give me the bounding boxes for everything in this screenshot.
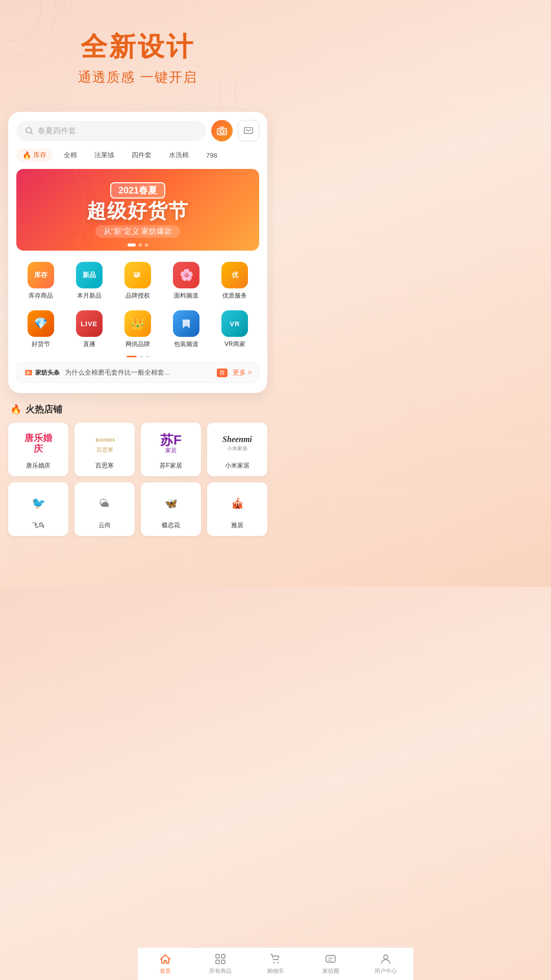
store-suf-name: 苏F家居 xyxy=(160,462,182,469)
svg-text:BAISIHAN: BAISIHAN xyxy=(96,437,115,442)
xiaomi-logo-sub: 小米家居 xyxy=(227,445,247,452)
bookmark-icon xyxy=(180,317,192,330)
hero-section: 全新设计 通透质感 一键开启 xyxy=(0,0,276,96)
search-input-wrap[interactable]: 春夏四件套 xyxy=(16,121,206,141)
store-6-logo-icon: 🌥 xyxy=(99,498,110,509)
icon-haohuo[interactable]: 💎 好货节 xyxy=(16,307,65,352)
filter-tag-shuiximian[interactable]: 水洗棉 xyxy=(163,149,195,162)
banner-dot-3 xyxy=(145,243,148,247)
store-7-name: 蝶恋花 xyxy=(162,522,180,529)
svg-point-13 xyxy=(16,169,84,251)
icon-pinpai-circle xyxy=(124,262,151,288)
search-bar: 春夏四件套 xyxy=(16,120,259,141)
hero-title: 全新设计 xyxy=(10,31,265,62)
store-6[interactable]: 🌥 云尚 xyxy=(74,482,135,536)
store-xiaomi-logo: Sheenmi 小米家居 xyxy=(219,431,255,456)
camera-button[interactable] xyxy=(211,120,233,141)
news-more[interactable]: 更多 > xyxy=(233,368,252,377)
suf-logo-f: 苏F xyxy=(160,433,182,447)
hot-stores-title-text: 火热店铺 xyxy=(26,403,62,415)
hot-stores-section: 🔥 火热店铺 唐乐婚庆 唐乐婚庆 BAISIHAN 百思寒 百思寒 苏F 家居 xyxy=(8,403,267,536)
filter-tag-falairong-label: 法莱绒 xyxy=(94,151,114,160)
filter-tag-798-label: 798 xyxy=(206,152,217,159)
filter-tag-798[interactable]: 798 xyxy=(200,150,223,161)
icon-xinpin-circle: 新品 xyxy=(76,262,103,288)
icon-haohuo-circle: 💎 xyxy=(28,310,54,337)
icon-live-label: 直播 xyxy=(83,340,95,349)
svg-line-9 xyxy=(31,133,32,134)
store-7[interactable]: 🦋 蝶恋花 xyxy=(141,482,201,536)
store-6-name: 云尚 xyxy=(98,522,111,529)
store-tanle-logo-text: 唐乐婚庆 xyxy=(20,433,56,455)
svg-rect-18 xyxy=(27,372,30,372)
stores-grid-row1: 唐乐婚庆 唐乐婚庆 BAISIHAN 百思寒 百思寒 苏F 家居 苏F家居 xyxy=(8,423,267,476)
filter-tag-kucun-label: 库存 xyxy=(33,151,46,160)
suf-logo-sub: 家居 xyxy=(165,447,177,454)
store-tanle-logo: 唐乐婚庆 xyxy=(20,431,56,456)
store-tanle[interactable]: 唐乐婚庆 唐乐婚庆 xyxy=(8,423,68,476)
filter-tag-sijianan-label: 四件套 xyxy=(132,151,152,160)
icon-miaoliao[interactable]: 🌸 面料频道 xyxy=(162,259,211,303)
icon-wanggong-label: 网供品牌 xyxy=(126,340,150,349)
icon-vr[interactable]: VR VR商家 xyxy=(211,307,259,352)
filter-tag-falairong[interactable]: 法莱绒 xyxy=(88,149,120,162)
store-8[interactable]: 🎪 雅居 xyxy=(207,482,267,536)
filter-tag-kucun[interactable]: 🔥 库存 xyxy=(16,149,53,162)
message-button[interactable] xyxy=(238,120,259,141)
store-tanle-name: 唐乐婚庆 xyxy=(26,462,51,469)
svg-rect-20 xyxy=(27,374,29,375)
filter-tag-sijianan[interactable]: 四件套 xyxy=(126,149,158,162)
icon-live[interactable]: LIVE 直播 xyxy=(65,307,113,352)
icon-baozhuang[interactable]: 包装频道 xyxy=(162,307,211,352)
svg-rect-19 xyxy=(27,373,31,373)
icon-xinpin[interactable]: 新品 本月新品 xyxy=(65,259,113,303)
store-baisihan[interactable]: BAISIHAN 百思寒 百思寒 xyxy=(74,423,135,476)
store-7-logo-icon: 🦋 xyxy=(165,497,178,509)
grid-dot-active xyxy=(127,356,137,357)
store-5[interactable]: 🐦 飞鸟 xyxy=(8,482,68,536)
banner-dot-2 xyxy=(139,243,142,247)
icon-youzhi-circle: 优 xyxy=(221,262,248,288)
svg-rect-10 xyxy=(217,129,227,135)
fire-icon-stores: 🔥 xyxy=(10,404,21,415)
icon-pinpai[interactable]: 品牌授权 xyxy=(113,259,162,303)
bottom-spacer xyxy=(0,546,276,587)
store-6-logo: 🌥 xyxy=(87,491,122,516)
grid-page-dots xyxy=(16,356,259,357)
news-ticker[interactable]: 家纺头条 为什么全棉磨毛套件比一般全棉套... 荐 更多 > xyxy=(16,362,259,383)
icon-miaoliao-label: 面料频道 xyxy=(174,291,198,300)
store-suf[interactable]: 苏F 家居 苏F家居 xyxy=(141,423,201,476)
xiaomi-logo-text: Sheenmi xyxy=(222,435,252,444)
icon-youzhi[interactable]: 优 优质服务 xyxy=(211,259,259,303)
store-8-logo-icon: 🎪 xyxy=(231,497,244,509)
search-placeholder-text: 春夏四件套 xyxy=(38,126,76,136)
icon-kucun-label: 库存商品 xyxy=(29,291,53,300)
svg-point-14 xyxy=(16,169,99,251)
banner[interactable]: 2021春夏 超级好货节 从"新"定义 家纺爆款 xyxy=(16,169,259,251)
store-xiaomi[interactable]: Sheenmi 小米家居 小米家居 xyxy=(207,423,267,476)
filter-tags: 🔥 库存 全棉 法莱绒 四件套 水洗棉 798 xyxy=(16,149,259,162)
store-baisihan-logo: BAISIHAN 百思寒 xyxy=(87,431,122,456)
icon-vr-label: VR商家 xyxy=(224,340,245,349)
icon-kucun[interactable]: 库存 库存商品 xyxy=(16,259,65,303)
icon-kucun-circle: 库存 xyxy=(28,262,54,288)
news-text: 为什么全棉磨毛套件比一般全棉套... xyxy=(65,368,212,377)
message-icon xyxy=(243,125,254,136)
news-logo-text: 家纺头条 xyxy=(35,369,60,377)
store-5-logo-icon: 🐦 xyxy=(32,497,45,510)
hot-stores-title: 🔥 火热店铺 xyxy=(8,403,267,415)
search-icon xyxy=(24,126,34,135)
icon-wanggong[interactable]: 👑 网供品牌 xyxy=(113,307,162,352)
icon-baozhuang-circle xyxy=(173,310,199,337)
icon-pinpai-label: 品牌授权 xyxy=(126,291,150,300)
store-5-logo: 🐦 xyxy=(20,491,56,516)
filter-tag-shuiximian-label: 水洗棉 xyxy=(169,151,189,160)
filter-tag-quanmian[interactable]: 全棉 xyxy=(58,149,83,162)
banner-deco xyxy=(16,169,259,251)
app-card: 春夏四件套 🔥 库存 全棉 法莱绒 四件套 xyxy=(8,112,267,393)
icon-youzhi-label: 优质服务 xyxy=(222,291,247,300)
icon-live-circle: LIVE xyxy=(76,310,103,337)
banner-dot-1 xyxy=(128,243,136,247)
store-xiaomi-name: 小米家居 xyxy=(225,462,249,469)
stores-grid-row2: 🐦 飞鸟 🌥 云尚 🦋 蝶恋花 🎪 雅居 xyxy=(8,482,267,536)
